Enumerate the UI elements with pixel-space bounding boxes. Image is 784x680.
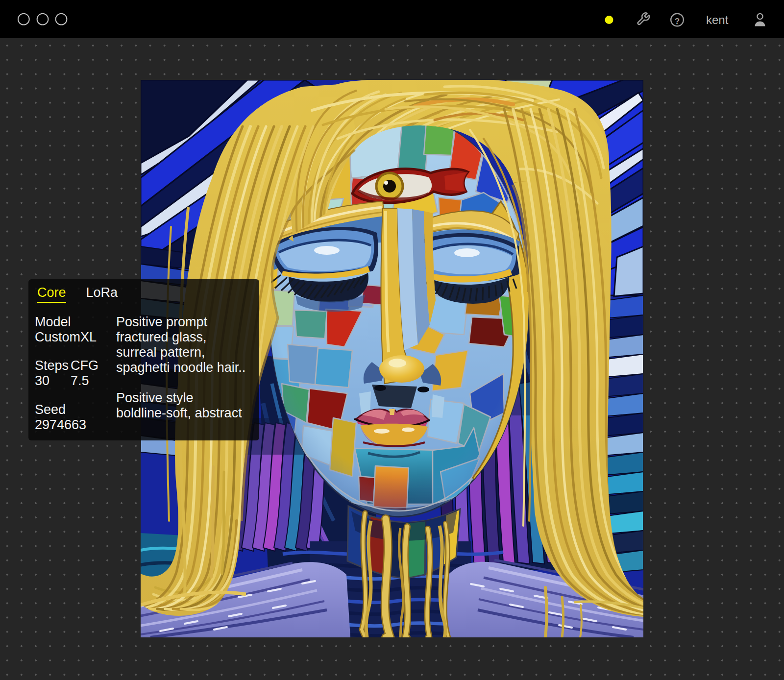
svg-text:?: ? bbox=[675, 17, 680, 26]
svg-text:kent: kent bbox=[706, 13, 729, 26]
